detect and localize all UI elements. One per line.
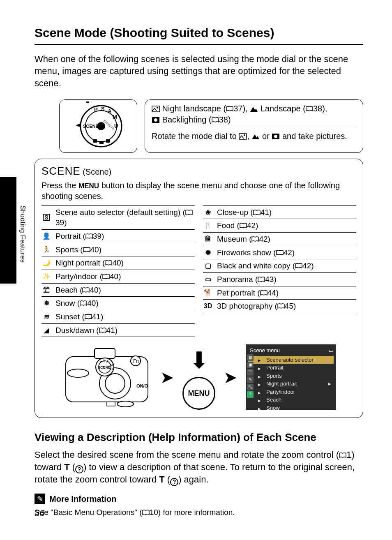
lcd-item-icon: ▸: [258, 365, 264, 371]
scene-row: 🏃Sports (40): [42, 243, 195, 257]
lcd-row: ▸Snow: [248, 404, 334, 412]
help-heading: Viewing a Description (Help Information)…: [35, 430, 363, 445]
scene-row: 🅂Scene auto selector (default setting) (…: [42, 205, 195, 230]
scene-label: Dusk/dawn (41): [55, 325, 118, 336]
scene-row: ▭Panorama (43): [203, 273, 356, 286]
dial-text-box: Night landscape (37), Landscape (38), Ba…: [145, 99, 363, 153]
scene-label: Sunset (41): [55, 312, 103, 322]
scene-label: Fireworks show (42): [217, 247, 295, 258]
mode-dial-row: SCENE P S A M U EFFECTS Night landscape …: [35, 99, 363, 153]
help-paragraph: Select the desired scene from the scene …: [35, 449, 363, 486]
down-arrow-icon: ⬇: [189, 345, 209, 376]
svg-text:Fn: Fn: [133, 358, 139, 364]
svg-rect-11: [99, 141, 104, 144]
svg-point-22: [244, 134, 245, 136]
scene-label: Pet portrait (44): [217, 288, 279, 298]
scene-label: Portrait (39): [55, 231, 104, 242]
scene-label: Museum (42): [217, 234, 270, 245]
landscape-icon: [251, 133, 260, 140]
scene-label: Beach (40): [55, 285, 101, 295]
lcd-item-label: Party/indoor: [266, 388, 295, 396]
arrow-icon: ➤: [160, 366, 174, 388]
illustration-row: SCENE A M U P S Fn ON/O ➤ ⬇ MENU ➤ Scene…: [42, 344, 356, 410]
lcd-screen-figure: Scene menu▭ ▦▣🎬✎🔧? ▸Scene auto selector▸…: [246, 344, 336, 410]
backlighting-icon: [152, 117, 160, 123]
note-body: See "Basic Menu Operations" (10) for mor…: [35, 507, 363, 518]
backlighting-ref: (38): [209, 115, 231, 124]
scene-label: 3D photography (45): [217, 301, 296, 312]
scene-label: Party/indoor (40): [55, 271, 121, 282]
scene-label: Sports (40): [55, 245, 101, 255]
scene-icon: 🏛: [203, 235, 213, 244]
lcd-item-icon: ▸: [258, 397, 264, 403]
side-tab: [0, 177, 16, 284]
lcd-row: ▸Party/indoor: [248, 388, 334, 396]
side-section-label: Shooting Features: [18, 205, 27, 263]
svg-text:P: P: [94, 106, 98, 113]
svg-point-42: [67, 369, 89, 377]
lcd-item-label: Scene auto selector: [266, 356, 314, 364]
landscape-label: Landscape: [261, 104, 301, 113]
scene-label: Close-up (41): [217, 207, 272, 218]
lcd-row: ▸Sports: [248, 372, 334, 380]
scene-icon: ❀: [203, 208, 213, 217]
scene-box: SCENE (Scene) Press the MENU button to d…: [35, 159, 363, 418]
lcd-row: ▸Scene auto selector: [248, 356, 334, 364]
svg-text:M: M: [113, 114, 117, 120]
note-pencil-icon: ✎: [35, 494, 45, 504]
arrow-icon: ➤: [224, 366, 238, 388]
dial-top-line: Night landscape (37), Landscape (38), Ba…: [152, 103, 356, 128]
lcd-title: Scene menu▭: [248, 347, 334, 354]
scene-icon: ✨: [42, 272, 51, 281]
scene-label: Panorama (43): [217, 274, 277, 285]
page-number: 36: [35, 507, 44, 519]
svg-text:A: A: [106, 360, 109, 363]
scene-row: 🏛Museum (42): [203, 233, 356, 246]
scene-label: Snow (40): [55, 298, 99, 309]
svg-rect-15: [152, 106, 159, 112]
page-ref-icon: [339, 452, 346, 458]
svg-text:A: A: [108, 108, 112, 114]
svg-text:S: S: [103, 359, 105, 362]
scene-row: 🍴Food (42): [203, 219, 356, 233]
svg-point-26: [274, 135, 277, 138]
scene-icon: ◢: [42, 326, 51, 335]
lcd-row: ▸Night portrait▸: [248, 380, 334, 388]
svg-rect-28: [95, 348, 115, 358]
night-landscape-ref: (37),: [224, 104, 248, 113]
svg-text:M: M: [110, 363, 113, 367]
scene-icon: ▭: [203, 275, 213, 284]
scene-icon: 3D: [203, 302, 213, 311]
landscape-ref: (38),: [303, 104, 327, 113]
svg-point-20: [154, 118, 157, 122]
svg-point-16: [157, 107, 158, 108]
t-zoom-icon: T: [159, 474, 164, 485]
scene-row: ✺Fireworks show (42): [203, 246, 356, 260]
scene-row: ◢Dusk/dawn (41): [42, 324, 195, 337]
note-heading-row: ✎ More Information: [35, 494, 363, 505]
lcd-row: ▸Portrait: [248, 364, 334, 372]
svg-point-30: [105, 374, 125, 393]
scene-label: Black and white copy (42): [217, 261, 314, 271]
t-zoom-icon: T: [64, 462, 69, 472]
lcd-item-label: Portrait: [266, 364, 284, 372]
scene-row: ✨Party/indoor (40): [42, 270, 195, 284]
scene-icon: 🌙: [42, 258, 51, 268]
scene-icon: 👤: [42, 232, 51, 241]
scene-label: Scene auto selector (default setting) (3…: [55, 207, 195, 228]
svg-rect-21: [239, 134, 247, 139]
svg-point-43: [117, 401, 134, 407]
lcd-item-label: Snow: [266, 404, 280, 412]
scene-label: Night portrait (40): [55, 258, 124, 268]
svg-text:S: S: [101, 106, 105, 112]
mode-dial-figure: SCENE P S A M U EFFECTS: [59, 99, 137, 153]
mode-dial-icon: SCENE P S A M U EFFECTS: [71, 102, 125, 151]
scene-heading-paren: (Scene): [83, 167, 111, 176]
night-landscape-icon: [152, 106, 160, 112]
svg-point-14: [86, 102, 89, 103]
help-icon: ?: [170, 478, 178, 486]
scene-icon: ▢: [203, 261, 213, 270]
night-landscape-label: Night landscape: [162, 104, 221, 113]
scene-heading: SCENE (Scene): [42, 164, 356, 178]
scene-heading-word: SCENE: [42, 165, 81, 177]
